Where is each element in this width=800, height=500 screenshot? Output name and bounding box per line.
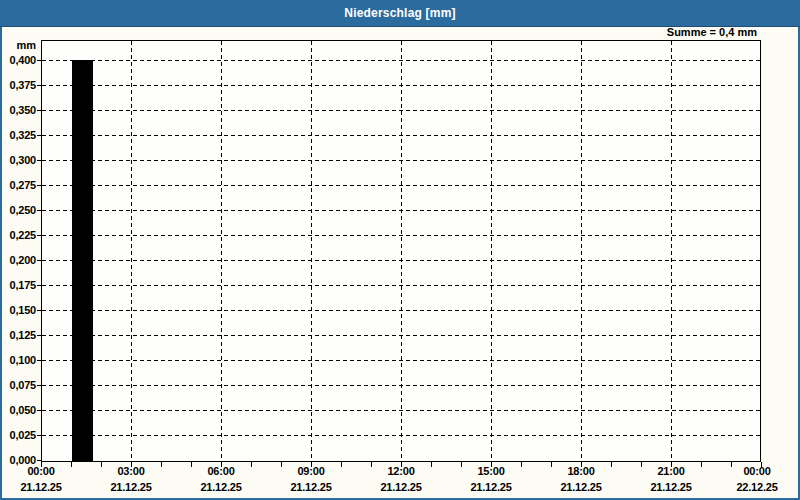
x-minor-tick — [641, 462, 642, 467]
x-gridline — [311, 41, 312, 461]
x-minor-tick — [761, 462, 762, 467]
y-tick-mark — [37, 185, 41, 186]
x-tick-time-label: 00:00 — [725, 465, 789, 477]
y-tick-mark — [37, 385, 41, 386]
sum-annotation: Summe = 0,4 mm — [667, 26, 757, 39]
x-minor-tick — [311, 462, 312, 467]
y-tick-mark — [37, 460, 41, 461]
x-tick-date-label: 21.12.25 — [9, 481, 73, 493]
x-minor-tick — [461, 462, 462, 467]
y-tick-mark — [37, 360, 41, 361]
y-tick-label: 0,025 — [0, 429, 36, 441]
y-tick-mark — [37, 160, 41, 161]
x-minor-tick — [221, 462, 222, 467]
x-gridline — [671, 41, 672, 461]
y-tick-label: 0,225 — [0, 229, 36, 241]
x-gridline — [131, 41, 132, 461]
x-gridline — [401, 41, 402, 461]
chart-window: Niederschlag [mm] Summe = 0,4 mm mm 0,40… — [0, 0, 800, 500]
y-tick-mark — [37, 135, 41, 136]
y-tick-label: 0,250 — [0, 204, 36, 216]
x-minor-tick — [131, 462, 132, 467]
x-tick-date-label: 21.12.25 — [639, 481, 703, 493]
y-tick-label: 0,325 — [0, 129, 36, 141]
y-tick-mark — [37, 235, 41, 236]
y-tick-mark — [37, 85, 41, 86]
x-minor-tick — [371, 462, 372, 467]
y-tick-mark — [37, 310, 41, 311]
x-minor-tick — [491, 462, 492, 467]
y-tick-label: 0,150 — [0, 304, 36, 316]
y-tick-label: 0,200 — [0, 254, 36, 266]
x-minor-tick — [161, 462, 162, 467]
x-tick-date-label: 21.12.25 — [549, 481, 613, 493]
y-tick-label: 0,050 — [0, 404, 36, 416]
y-tick-label: 0,350 — [0, 104, 36, 116]
x-gridline — [581, 41, 582, 461]
x-tick-date-label: 22.12.25 — [725, 481, 789, 493]
x-minor-tick — [281, 462, 282, 467]
x-tick-date-label: 21.12.25 — [189, 481, 253, 493]
y-axis-unit-label: mm — [0, 39, 36, 51]
y-tick-label: 0,100 — [0, 354, 36, 366]
y-tick-mark — [37, 435, 41, 436]
x-minor-tick — [401, 462, 402, 467]
x-tick-date-label: 21.12.25 — [369, 481, 433, 493]
y-tick-mark — [37, 285, 41, 286]
y-tick-label: 0,275 — [0, 179, 36, 191]
x-gridline — [491, 41, 492, 461]
x-minor-tick — [191, 462, 192, 467]
x-tick-date-label: 21.12.25 — [459, 481, 523, 493]
y-tick-label: 0,300 — [0, 154, 36, 166]
x-tick-date-label: 21.12.25 — [99, 481, 163, 493]
x-minor-tick — [71, 462, 72, 467]
y-tick-mark — [37, 60, 41, 61]
y-tick-mark — [37, 110, 41, 111]
x-minor-tick — [41, 462, 42, 467]
x-tick-date-label: 21.12.25 — [279, 481, 343, 493]
precipitation-bar — [72, 60, 93, 462]
x-minor-tick — [611, 462, 612, 467]
y-tick-mark — [37, 210, 41, 211]
window-title-bar: Niederschlag [mm] — [0, 0, 800, 27]
x-minor-tick — [671, 462, 672, 467]
x-minor-tick — [701, 462, 702, 467]
x-minor-tick — [251, 462, 252, 467]
page-title: Niederschlag [mm] — [344, 6, 455, 20]
y-tick-label: 0,375 — [0, 79, 36, 91]
x-minor-tick — [431, 462, 432, 467]
y-tick-label: 0,175 — [0, 279, 36, 291]
y-tick-label: 0,400 — [0, 54, 36, 66]
x-minor-tick — [521, 462, 522, 467]
x-minor-tick — [101, 462, 102, 467]
y-tick-mark — [37, 260, 41, 261]
x-minor-tick — [581, 462, 582, 467]
y-tick-label: 0,125 — [0, 329, 36, 341]
x-minor-tick — [551, 462, 552, 467]
y-tick-mark — [37, 410, 41, 411]
y-tick-mark — [37, 335, 41, 336]
y-tick-label: 0,075 — [0, 379, 36, 391]
x-gridline — [221, 41, 222, 461]
x-minor-tick — [731, 462, 732, 467]
x-minor-tick — [341, 462, 342, 467]
